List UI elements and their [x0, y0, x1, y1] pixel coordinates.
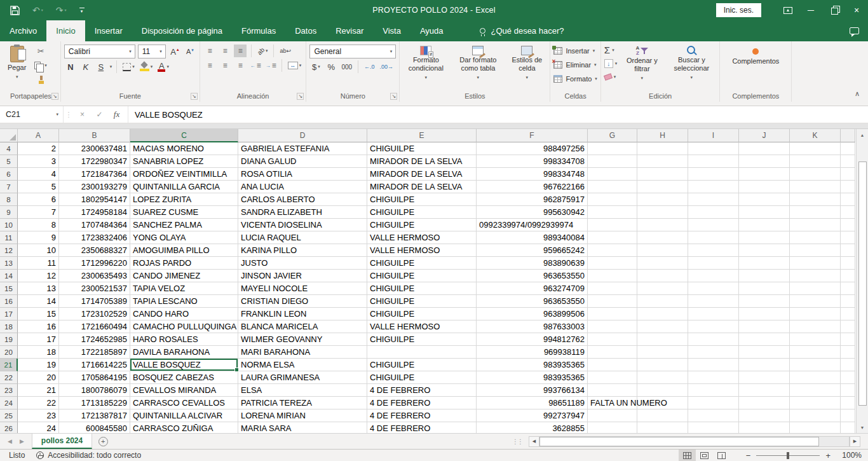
column-header-F[interactable]: F: [477, 129, 588, 142]
cell-A6[interactable]: 4: [18, 168, 59, 181]
cell-F26[interactable]: 3628855: [477, 422, 588, 433]
cell-partial-20[interactable]: [841, 346, 855, 359]
cell-I14[interactable]: [688, 270, 739, 282]
horizontal-scrollbar[interactable]: ◀ ▶: [529, 436, 860, 447]
cell-K21[interactable]: [790, 359, 841, 371]
row-header-12[interactable]: 12: [0, 244, 18, 257]
cell-B11[interactable]: 1723832406: [59, 231, 130, 244]
cell-D26[interactable]: MARIA SARA: [238, 422, 367, 433]
cut-button[interactable]: ✂: [33, 45, 48, 57]
cell-C17[interactable]: CANDO HARO: [130, 308, 238, 320]
cell-H25[interactable]: [637, 409, 688, 422]
cell-partial-8[interactable]: [841, 193, 855, 206]
cell-B25[interactable]: 1721387817: [59, 409, 130, 422]
cell-C15[interactable]: TAPIA VELOZ: [130, 282, 238, 295]
cell-G12[interactable]: [588, 244, 637, 257]
cell-B19[interactable]: 1724652985: [59, 333, 130, 346]
row-header-6[interactable]: 6: [0, 168, 18, 181]
cell-G14[interactable]: [588, 270, 637, 282]
wrap-text-button[interactable]: ab↩: [278, 45, 292, 57]
tab-vista[interactable]: Vista: [373, 20, 410, 41]
cell-J20[interactable]: [739, 346, 790, 359]
column-header-H[interactable]: H: [637, 129, 688, 142]
cell-J8[interactable]: [739, 193, 790, 206]
fill-button[interactable]: ↓▾: [604, 58, 618, 69]
redo-icon[interactable]: ↷▾: [56, 6, 67, 15]
cell-I15[interactable]: [688, 282, 739, 295]
shrink-font-button[interactable]: A▾: [184, 45, 196, 58]
cell-A23[interactable]: 21: [18, 384, 59, 397]
cell-F4[interactable]: 988497256: [477, 142, 588, 155]
cell-A20[interactable]: 18: [18, 346, 59, 359]
cell-H18[interactable]: [637, 320, 688, 333]
font-dialog-launcher-icon[interactable]: ↘: [191, 93, 198, 100]
cell-B15[interactable]: 2300521537: [59, 282, 130, 295]
cell-C6[interactable]: ORDOÑEZ VEINTIMILLA: [130, 168, 238, 181]
cell-K4[interactable]: [790, 142, 841, 155]
cell-F24[interactable]: 98651189: [477, 397, 588, 409]
tab-ayuda[interactable]: Ayuda: [410, 20, 453, 41]
cell-G18[interactable]: [588, 320, 637, 333]
column-header-G[interactable]: G: [588, 129, 637, 142]
cell-D9[interactable]: SANDRA ELIZABETH: [238, 206, 367, 219]
cell-partial-26[interactable]: [841, 422, 855, 433]
cell-E20[interactable]: [367, 346, 477, 359]
row-header-11[interactable]: 11: [0, 231, 18, 244]
cell-H15[interactable]: [637, 282, 688, 295]
cell-G17[interactable]: [588, 308, 637, 320]
row-header-13[interactable]: 13: [0, 257, 18, 270]
cell-A19[interactable]: 17: [18, 333, 59, 346]
cell-F13[interactable]: 983890639: [477, 257, 588, 270]
cell-F9[interactable]: 995630942: [477, 206, 588, 219]
cell-J10[interactable]: [739, 219, 790, 231]
cell-E17[interactable]: CHIGUILPE: [367, 308, 477, 320]
cell-D21[interactable]: NORMA ELSA: [238, 359, 367, 371]
cell-C25[interactable]: QUINTANILLA ALCIVAR: [130, 409, 238, 422]
cell-A5[interactable]: 3: [18, 155, 59, 168]
column-header-E[interactable]: E: [367, 129, 477, 142]
cell-J16[interactable]: [739, 295, 790, 308]
decrease-decimal-button[interactable]: .00→: [379, 60, 395, 73]
page-break-view-button[interactable]: [713, 450, 730, 461]
sort-filter-button[interactable]: AZ Ordenar y filtrar ▾: [621, 45, 663, 83]
cell-H16[interactable]: [637, 295, 688, 308]
percent-format-button[interactable]: %: [325, 60, 337, 73]
cell-C16[interactable]: TAPIA LESCANO: [130, 295, 238, 308]
row-header-17[interactable]: 17: [0, 308, 18, 320]
cell-E7[interactable]: MIRADOR DE LA SELVA: [367, 181, 477, 193]
row-header-15[interactable]: 15: [0, 282, 18, 295]
row-header-18[interactable]: 18: [0, 320, 18, 333]
cell-K17[interactable]: [790, 308, 841, 320]
cell-G5[interactable]: [588, 155, 637, 168]
cell-I19[interactable]: [688, 333, 739, 346]
cell-I20[interactable]: [688, 346, 739, 359]
prev-sheet-icon[interactable]: ◀: [8, 438, 12, 444]
align-bottom-button[interactable]: ≡: [234, 45, 247, 57]
cell-B17[interactable]: 1723102529: [59, 308, 130, 320]
row-header-23[interactable]: 23: [0, 384, 18, 397]
addins-button[interactable]: Complementos: [729, 45, 782, 67]
cell-partial-15[interactable]: [841, 282, 855, 295]
cell-G21[interactable]: [588, 359, 637, 371]
align-middle-button[interactable]: ≡: [219, 45, 231, 57]
cell-J19[interactable]: [739, 333, 790, 346]
cell-K10[interactable]: [790, 219, 841, 231]
vertical-scrollbar[interactable]: ▲ ▼: [856, 129, 868, 433]
cell-K6[interactable]: [790, 168, 841, 181]
zoom-in-button[interactable]: +: [820, 451, 836, 460]
copy-button[interactable]: ▾: [33, 59, 48, 72]
italic-button[interactable]: K: [79, 60, 92, 73]
cell-C4[interactable]: MACIAS MORENO: [130, 142, 238, 155]
cell-C10[interactable]: SANCHEZ PALMA: [130, 219, 238, 231]
number-dialog-launcher-icon[interactable]: ↘: [390, 93, 397, 100]
increase-indent-button[interactable]: →≡: [264, 59, 277, 72]
column-header-I[interactable]: I: [688, 129, 739, 142]
cell-I13[interactable]: [688, 257, 739, 270]
cell-J26[interactable]: [739, 422, 790, 433]
cell-partial-4[interactable]: [841, 142, 855, 155]
tab-disposición-de-página[interactable]: Disposición de página: [132, 20, 232, 41]
zoom-out-button[interactable]: −: [740, 451, 757, 460]
cell-B8[interactable]: 1802954147: [59, 193, 130, 206]
cell-partial-22[interactable]: [841, 371, 855, 384]
cell-D13[interactable]: JUSTO: [238, 257, 367, 270]
